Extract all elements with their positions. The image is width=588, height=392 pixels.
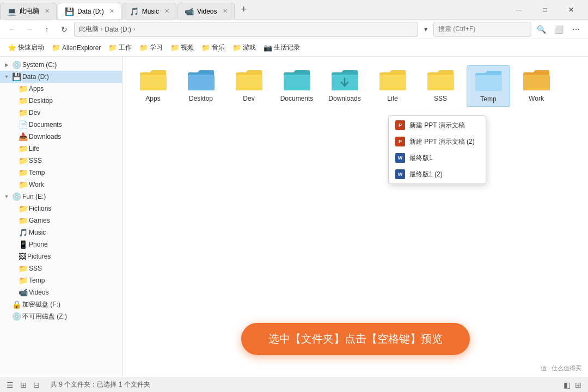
folder-downloads-label: Downloads <box>328 95 360 102</box>
tab-thispc-close[interactable]: ✕ <box>45 8 50 15</box>
folder-sss-label: SSS <box>434 95 447 102</box>
popup-ppt2[interactable]: P 新建 PPT 演示文稿 (2) <box>389 133 486 150</box>
tab-datad[interactable]: 💾 Data (D:) ✕ <box>58 3 121 19</box>
desktop-icon: 📁 <box>19 96 28 105</box>
data-d-label: Data (D:) <box>22 73 120 81</box>
bm-life-icon: 📷 <box>264 44 272 52</box>
sidebar-item-music[interactable]: 🎵 Music <box>0 226 122 238</box>
folder-sss[interactable]: SSS <box>419 65 462 107</box>
sidebar-item-fictions[interactable]: 📁 Fictions <box>0 203 122 215</box>
sidebar-item-documents[interactable]: 📄 Documents <box>0 119 122 131</box>
folder-dev[interactable]: Dev <box>227 65 271 107</box>
folder-work[interactable]: Work <box>514 65 558 107</box>
allenexplorer-icon: 📁 <box>52 44 60 52</box>
popup-final2[interactable]: W 最终版1 (2) <box>389 166 486 182</box>
sidebar-item-system-c[interactable]: ▶ 💿 System (C:) <box>0 59 122 71</box>
folder-desktop[interactable]: Desktop <box>179 65 223 107</box>
tab-datad-close[interactable]: ✕ <box>109 8 114 15</box>
bookmark-quick-access[interactable]: ⭐ 快速启动 <box>4 42 47 53</box>
sidebar-item-phone[interactable]: 📱 Phone <box>0 238 122 250</box>
new-tab-button[interactable]: + <box>236 4 253 15</box>
sidebar-item-games[interactable]: 📁 Games <box>0 215 122 226</box>
folder-downloads[interactable]: Downloads <box>323 65 366 107</box>
bookmark-study[interactable]: 📁 学习 <box>136 42 166 53</box>
downloads-label: Downloads <box>29 133 120 140</box>
folder-temp[interactable]: Temp <box>467 65 510 107</box>
address-dropdown[interactable]: ▾ <box>420 22 431 37</box>
work-icon: 📁 <box>19 180 28 189</box>
tab-music[interactable]: 🎵 Music ✕ <box>122 3 176 19</box>
bm-music-label: 音乐 <box>212 43 225 52</box>
tab-videos-close[interactable]: ✕ <box>223 8 228 15</box>
sidebar-item-unavail-z[interactable]: 💿 不可用磁盘 (Z:) <box>0 310 122 322</box>
sidebar-item-life[interactable]: 📁 Life <box>0 143 122 155</box>
statusbar-right-icon1[interactable]: ◧ <box>564 381 571 389</box>
bm-study-label: 学习 <box>150 43 163 52</box>
enc-f-label: 加密磁盘 (F:) <box>22 300 120 309</box>
pictures-label: Pictures <box>27 253 120 260</box>
bookmark-video[interactable]: 📁 视频 <box>167 42 197 53</box>
fictions-label: Fictions <box>29 205 120 212</box>
tab-thispc[interactable]: 💻 此电脑 ✕ <box>0 3 57 19</box>
folder-work-icon <box>522 69 550 93</box>
sidebar-item-sss[interactable]: 📁 SSS <box>0 155 122 167</box>
ppt2-icon: P <box>395 137 405 146</box>
bm-video-icon: 📁 <box>170 44 179 52</box>
tab-videos[interactable]: 📹 Videos ✕ <box>177 3 234 19</box>
refresh-button[interactable]: ↻ <box>57 22 72 37</box>
tab-music-close[interactable]: ✕ <box>164 8 169 15</box>
sidebar-item-pictures[interactable]: 🖼 Pictures <box>0 250 122 262</box>
bookmark-work[interactable]: 📁 工作 <box>105 42 135 53</box>
apps-icon: 📁 <box>19 84 28 93</box>
folder-life[interactable]: Life <box>371 65 414 107</box>
address-bar[interactable]: 此电脑 › Data (D:) › <box>74 22 418 37</box>
folder-desktop-label: Desktop <box>189 95 213 102</box>
sidebar-item-videos[interactable]: 📹 Videos <box>0 286 122 298</box>
sidebar-item-temp[interactable]: 📁 Temp <box>0 167 122 179</box>
statusbar-view-icon[interactable]: ⊞ <box>20 381 27 389</box>
folder-apps[interactable]: Apps <box>131 65 175 107</box>
bm-life-label: 生活记录 <box>274 43 300 52</box>
sidebar-item-temp2[interactable]: 📁 Temp <box>0 274 122 286</box>
data-d-icon: 💾 <box>12 72 21 81</box>
close-button[interactable]: ✕ <box>559 2 584 18</box>
sidebar-item-sss2[interactable]: 📁 SSS <box>0 262 122 274</box>
folder-work-label: Work <box>529 95 544 102</box>
statusbar-menu-icon[interactable]: ☰ <box>7 381 14 389</box>
search-box[interactable]: 搜索 (Ctrl+F) <box>433 22 531 37</box>
search-icon[interactable]: 🔍 <box>534 22 549 37</box>
popup-ppt1[interactable]: P 新建 PPT 演示文稿 <box>389 117 486 133</box>
up-button[interactable]: ↑ <box>39 22 54 37</box>
temp2-icon: 📁 <box>19 276 28 285</box>
life-icon: 📁 <box>19 144 28 153</box>
sidebar-item-apps[interactable]: 📁 Apps <box>0 83 122 95</box>
sidebar-item-desktop[interactable]: 📁 Desktop <box>0 95 122 107</box>
bookmark-music[interactable]: 📁 音乐 <box>198 42 228 53</box>
final2-icon: W <box>395 169 405 179</box>
popup-final1[interactable]: W 最终版1 <box>389 150 486 166</box>
statusbar-list-icon[interactable]: ⊟ <box>33 381 40 389</box>
statusbar-right-icon2[interactable]: ⊞ <box>575 381 581 389</box>
sss2-icon: 📁 <box>19 264 28 273</box>
bookmark-allenexplorer[interactable]: 📁 AllenExplorer <box>48 42 104 53</box>
sidebar-item-enc-f[interactable]: 🔒 加密磁盘 (F:) <box>0 298 122 310</box>
bookmark-games[interactable]: 📁 游戏 <box>229 42 259 53</box>
sidebar-item-downloads[interactable]: 📥 Downloads <box>0 131 122 143</box>
folder-documents[interactable]: Documents <box>275 65 318 107</box>
downloads-icon: 📥 <box>19 132 28 141</box>
more-options-icon[interactable]: ⋯ <box>568 22 584 37</box>
sidebar-item-data-d[interactable]: ▼ 💾 Data (D:) <box>0 71 122 83</box>
bookmark-life[interactable]: 📷 生活记录 <box>260 42 303 53</box>
maximize-button[interactable]: □ <box>532 2 558 18</box>
sss2-label: SSS <box>29 265 120 272</box>
toggle-data-d: ▼ <box>2 74 11 79</box>
sidebar-item-dev[interactable]: 📁 Dev <box>0 107 122 119</box>
sidebar-item-work[interactable]: 📁 Work <box>0 179 122 191</box>
forward-button[interactable]: → <box>22 22 37 37</box>
context-popup: P 新建 PPT 演示文稿 P 新建 PPT 演示文稿 (2) W 最终版1 W… <box>388 115 486 184</box>
minimize-button[interactable]: — <box>506 2 531 18</box>
watermark-text: 值 · 仕么值得买 <box>541 364 581 372</box>
sidebar-item-fun-e[interactable]: ▼ 💿 Fun (E:) <box>0 191 122 203</box>
view-options-icon[interactable]: ⬜ <box>551 22 566 37</box>
back-button[interactable]: ← <box>4 22 20 37</box>
